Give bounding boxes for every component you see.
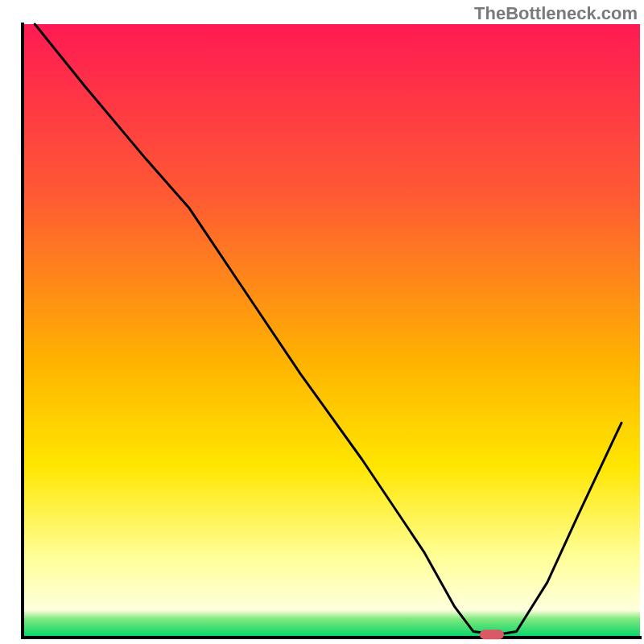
- chart-background-gradient: [23, 24, 640, 638]
- bottleneck-chart: [0, 0, 644, 644]
- optimal-point-marker: [480, 630, 504, 639]
- chart-container: TheBottleneck.com: [0, 0, 644, 644]
- watermark-text: TheBottleneck.com: [474, 3, 638, 24]
